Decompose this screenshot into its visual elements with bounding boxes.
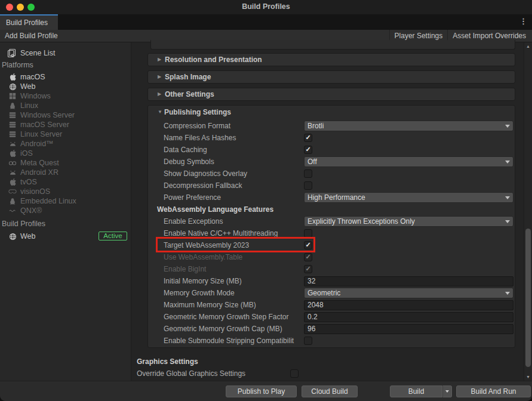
decompression-fallback-checkbox[interactable] [304, 181, 312, 190]
show-diagnostics-overlay-checkbox[interactable] [304, 169, 312, 178]
tab-bar: Build Profiles ⋮ [0, 14, 532, 30]
setting-row-memory-growth-mode: Memory Growth ModeGeometric [148, 287, 515, 299]
infinity-icon [8, 159, 17, 167]
setting-row-debug-symbols: Debug SymbolsOff [148, 156, 515, 168]
add-build-profile-button[interactable]: Add Build Profile [2, 30, 60, 42]
chevron-down-icon [505, 292, 510, 295]
memory-growth-mode-dropdown[interactable]: Geometric [304, 288, 513, 298]
apple-icon [8, 178, 17, 186]
titlebar: Build Profiles [0, 0, 532, 14]
enable-submodule-stripping-compatibilit-checkbox[interactable] [304, 337, 312, 345]
sidebar-item-scene-list[interactable]: Scene List [0, 47, 131, 59]
apple-icon [8, 73, 17, 81]
android-icon [8, 168, 17, 177]
scene-list-icon [7, 48, 16, 58]
name-files-as-hashes-checkbox[interactable] [304, 134, 312, 142]
section-header-other-settings[interactable]: ▶Other Settings [147, 88, 515, 101]
setting-row-initial-memory-size-mb: Initial Memory Size (MB)32 [148, 275, 515, 287]
setting-row-name-files-as-hashes: Name Files As Hashes [148, 132, 515, 144]
publishing-settings-header[interactable]: ▼ Publishing Settings [148, 106, 515, 120]
sidebar-item-tvos[interactable]: tvOS [0, 177, 131, 187]
geometric-memory-growth-step-factor-field[interactable]: 0.2 [304, 312, 513, 322]
override-global-graphics-checkbox[interactable] [290, 369, 299, 378]
sidebar-item-macos-server[interactable]: macOS Server [0, 120, 131, 129]
globe-icon [8, 82, 17, 91]
sidebar-item-visionos[interactable]: visionOS [0, 187, 131, 196]
setting-row-geometric-memory-growth-step-factor: Geometric Memory Growth Step Factor0.2 [148, 311, 515, 323]
active-badge: Active [99, 232, 127, 240]
cloud-build-button[interactable]: Cloud Build [302, 385, 358, 397]
setting-row-data-caching: Data Caching [148, 144, 515, 156]
build-dropdown-arrow[interactable] [442, 385, 452, 397]
graphics-settings-title: Graphics Settings [137, 357, 198, 366]
setting-row-enable-native-c-c-multithreading: Enable Native C/C++ Multithreading [148, 227, 515, 239]
enable-bigint-checkbox [304, 265, 312, 273]
enable-native-c-c-multithreading-checkbox[interactable] [304, 229, 312, 237]
globe-icon [8, 232, 17, 240]
section-header-resolution-and-presentation[interactable]: ▶Resolution and Presentation [147, 53, 515, 66]
sidebar-item-meta-quest[interactable]: Meta Quest [0, 158, 131, 168]
target-webassembly-2023-checkbox[interactable] [304, 241, 312, 249]
setting-row-power-preference: Power PreferenceHigh Performance [148, 192, 515, 203]
scrollbar-thumb[interactable] [525, 229, 531, 367]
sidebar-item-windows-server[interactable]: Windows Server [0, 110, 131, 120]
vertical-scrollbar[interactable]: ▲ ▼ [524, 42, 532, 381]
build-and-run-button[interactable]: Build And Run [456, 385, 531, 397]
setting-row-geometric-memory-growth-cap-mb: Geometric Memory Growth Cap (MB)96 [148, 323, 515, 335]
scroll-up-icon[interactable]: ▲ [524, 44, 532, 48]
publishing-rows: Compression FormatBrotliName Files As Ha… [148, 120, 515, 347]
override-global-graphics-label: Override Global Graphics Settings [137, 369, 290, 378]
foldout-closed-icon: ▶ [158, 91, 161, 97]
chevron-down-icon [505, 196, 510, 199]
chevron-down-icon [505, 125, 510, 128]
sidebar-item-android[interactable]: Android™ [0, 139, 131, 149]
android-icon [8, 140, 17, 148]
apple-icon [8, 149, 17, 158]
platform-list: macOSWebWindowsLinuxWindows ServermacOS … [0, 72, 131, 215]
foldout-closed-icon: ▶ [158, 74, 161, 79]
debug-symbols-dropdown[interactable]: Off [304, 156, 513, 167]
sidebar-item-windows[interactable]: Windows [0, 91, 131, 101]
sidebar-item-android-xr[interactable]: Android XR [0, 168, 131, 177]
inspector-panel: ▶Resolution and Presentation▶Splash Imag… [132, 42, 532, 381]
section-header-splash-image[interactable]: ▶Splash Image [147, 70, 515, 84]
scrolled-section-remnant [150, 40, 515, 50]
scroll-down-icon[interactable]: ▼ [524, 375, 532, 379]
sidebar-item-web[interactable]: Web [0, 82, 131, 91]
maximum-memory-size-mb-field[interactable]: 2048 [304, 300, 513, 310]
data-caching-checkbox[interactable] [304, 146, 312, 154]
windows-icon [8, 92, 17, 100]
setting-row-compression-format: Compression FormatBrotli [148, 120, 515, 132]
subheader-webassembly-language-features: WebAssembly Language Features [148, 203, 515, 215]
geometric-memory-growth-cap-mb-field[interactable]: 96 [304, 324, 513, 334]
build-button[interactable]: Build [390, 385, 442, 397]
profile-list: WebActive [0, 231, 131, 242]
publish-to-play-button[interactable]: Publish to Play [226, 385, 297, 397]
server-icon [8, 111, 17, 119]
setting-row-target-webassembly-2023: Target WebAssembly 2023 [148, 239, 515, 251]
publishing-settings-section: ▼ Publishing Settings Compression Format… [147, 105, 515, 348]
profile-item-web[interactable]: WebActive [0, 231, 131, 242]
linux-icon [8, 101, 17, 110]
setting-row-enable-exceptions: Enable ExceptionsExplicitly Thrown Excep… [148, 215, 515, 227]
sidebar: Scene List Platforms macOSWebWindowsLinu… [0, 42, 131, 381]
compression-format-dropdown[interactable]: Brotli [304, 121, 513, 131]
sidebar-item-embedded-linux[interactable]: Embedded Linux [0, 196, 131, 206]
server-icon [8, 121, 17, 129]
sidebar-item-ios[interactable]: iOS [0, 149, 131, 158]
setting-row-show-diagnostics-overlay: Show Diagnostics Overlay [148, 168, 515, 180]
foldout-closed-icon: ▶ [158, 57, 161, 62]
sidebar-item-linux-server[interactable]: Linux Server [0, 129, 131, 139]
sidebar-item-qnx[interactable]: QNX® [0, 206, 131, 215]
chevron-down-icon [505, 220, 510, 223]
platforms-section-label: Platforms [2, 61, 33, 69]
setting-row-enable-submodule-stripping-compatibilit: Enable Submodule Stripping Compatibilit [148, 335, 515, 347]
power-preference-dropdown[interactable]: High Performance [304, 192, 513, 203]
enable-exceptions-dropdown[interactable]: Explicitly Thrown Exceptions Only [304, 216, 513, 227]
tab-build-profiles[interactable]: Build Profiles [0, 14, 58, 30]
sidebar-item-macos[interactable]: macOS [0, 72, 131, 82]
initial-memory-size-mb-field[interactable]: 32 [304, 276, 513, 286]
window-body: Scene List Platforms macOSWebWindowsLinu… [0, 42, 532, 401]
sidebar-item-linux[interactable]: Linux [0, 101, 131, 110]
kebab-menu-icon[interactable]: ⋮ [519, 17, 527, 26]
